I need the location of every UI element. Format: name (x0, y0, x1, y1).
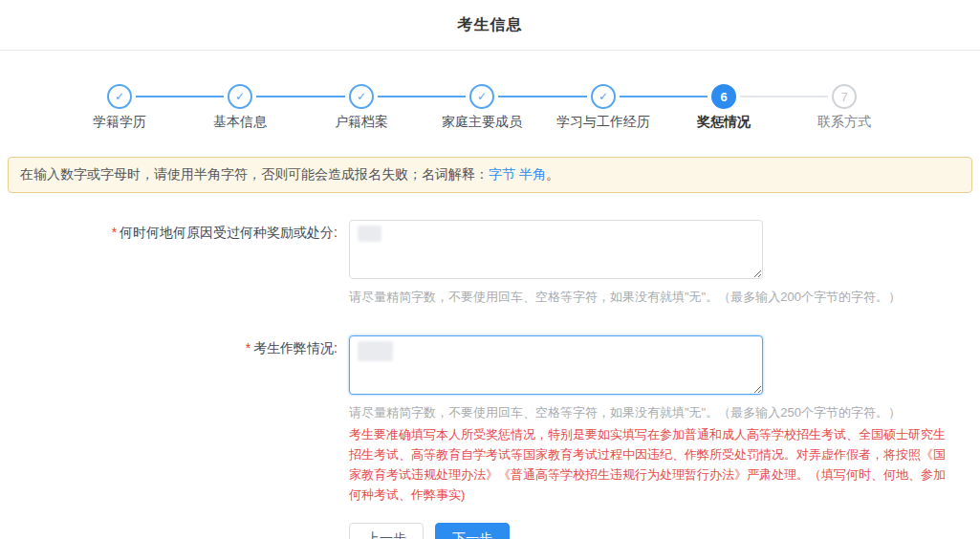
check-circle-icon: ✓ (591, 84, 616, 109)
notice-suffix: 。 (546, 166, 559, 182)
step-connector (256, 96, 345, 97)
halfwidth-notice-banner: 在输入数字或字母时，请使用半角字符，否则可能会造成报名失败；名词解释：字节 半角… (8, 157, 972, 193)
notice-text: 在输入数字或字母时，请使用半角字符，否则可能会造成报名失败；名词解释： (20, 166, 489, 182)
required-asterisk: * (246, 340, 250, 356)
step-household-archive: ✓ 户籍档案 (335, 84, 388, 131)
rewards-punishments-help: 请尽量精简字数，不要使用回车、空格等字符，如果没有就填"无"。（最多输入200个… (349, 289, 961, 306)
step-rewards-punishments-current: 6 奖惩情况 (697, 84, 751, 131)
candidate-info-form: *何时何地何原因受过何种奖励或处分: 请尽量精简字数，不要使用回车、空格等字符，… (0, 220, 980, 539)
upcoming-step-number: 7 (832, 84, 857, 109)
next-step-button[interactable]: 下一步 (435, 523, 510, 539)
check-circle-icon: ✓ (469, 84, 494, 109)
rewards-punishments-row: *何时何地何原因受过何种奖励或处分: 请尽量精简字数，不要使用回车、空格等字符，… (0, 220, 980, 306)
form-navigation: 上一步 下一步 (349, 523, 980, 539)
cheating-record-warning: 考生要准确填写本人所受奖惩情况，特别是要如实填写在参加普通和成人高等学校招生考试… (349, 424, 949, 505)
step-family-members: ✓ 家庭主要成员 (442, 84, 522, 131)
step-label: 户籍档案 (335, 114, 388, 131)
rewards-punishments-label: *何时何地何原因受过何种奖励或处分: (0, 220, 338, 242)
step-label: 基本信息 (213, 114, 267, 131)
step-school-record: ✓ 学籍学历 (93, 84, 146, 131)
step-label: 奖惩情况 (697, 114, 751, 131)
step-study-work-history: ✓ 学习与工作经历 (556, 84, 650, 131)
cheating-record-row: *考生作弊情况: 请尽量精简字数，不要使用回车、空格等字符，如果没有就填"无"。… (0, 335, 980, 505)
step-label: 学籍学历 (93, 114, 146, 131)
current-step-number: 6 (711, 84, 736, 109)
step-contact-info: 7 联系方式 (817, 84, 871, 131)
byte-definition-link[interactable]: 字节 (489, 166, 515, 182)
step-connector (740, 96, 828, 97)
cheating-record-help: 请尽量精简字数，不要使用回车、空格等字符，如果没有就填"无"。（最多输入250个… (349, 404, 961, 421)
step-connector (136, 96, 224, 97)
required-asterisk: * (112, 225, 117, 240)
step-label: 学习与工作经历 (556, 114, 650, 131)
check-circle-icon: ✓ (228, 84, 252, 109)
page-title: 考生信息 (458, 15, 523, 35)
page-header: 考生信息 (0, 0, 980, 51)
check-circle-icon: ✓ (107, 84, 132, 109)
step-label: 联系方式 (817, 114, 871, 131)
wizard-stepper: ✓ 学籍学历 ✓ 基本信息 ✓ 户籍档案 ✓ 家庭主要成员 ✓ 学习与工作经历 … (0, 84, 980, 134)
previous-step-button[interactable]: 上一步 (349, 523, 424, 539)
cheating-record-label: *考生作弊情况: (0, 335, 338, 357)
step-basic-info: ✓ 基本信息 (213, 84, 267, 131)
check-circle-icon: ✓ (349, 84, 374, 109)
halfwidth-definition-link[interactable]: 半角 (519, 166, 546, 182)
cheating-record-textarea[interactable] (349, 335, 763, 395)
step-label: 家庭主要成员 (442, 114, 522, 131)
rewards-punishments-textarea[interactable] (349, 220, 763, 279)
